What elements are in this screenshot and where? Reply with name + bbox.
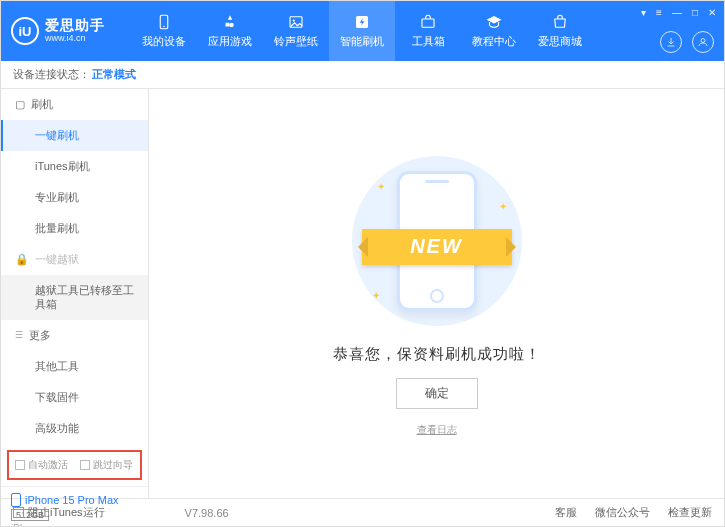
store-icon <box>551 13 569 31</box>
main-nav: 我的设备 应用游戏 铃声壁纸 智能刷机 工具箱 教程中心 爱思商城 <box>131 1 714 61</box>
checkbox-label: 自动激活 <box>28 458 68 472</box>
status-bar: 设备连接状态： 正常模式 <box>1 61 724 89</box>
nav-tutorials[interactable]: 教程中心 <box>461 1 527 61</box>
checkbox-label: 跳过向导 <box>93 458 133 472</box>
svg-point-1 <box>163 26 165 28</box>
chevron-icon: ☰ <box>15 330 23 340</box>
nav-store[interactable]: 爱思商城 <box>527 1 593 61</box>
checkbox-icon <box>15 460 25 470</box>
graduation-icon <box>485 13 503 31</box>
toolbox-icon <box>419 13 437 31</box>
nav-my-device[interactable]: 我的设备 <box>131 1 197 61</box>
sidebar-header-label: 一键越狱 <box>35 252 79 267</box>
sparkle-icon: ✦ <box>372 290 380 301</box>
checkbox-label: 阻止iTunes运行 <box>28 505 105 520</box>
status-prefix: 设备连接状态： <box>13 67 90 82</box>
sparkle-icon: ✦ <box>377 181 385 192</box>
sidebar-item-batch-flash[interactable]: 批量刷机 <box>1 213 148 244</box>
flash-icon <box>353 13 371 31</box>
status-mode: 正常模式 <box>92 67 136 82</box>
checkbox-skip-guide[interactable]: 跳过向导 <box>80 458 133 472</box>
sidebar: ▢ 刷机 一键刷机 iTunes刷机 专业刷机 批量刷机 🔒 一键越狱 越狱工具… <box>1 89 149 498</box>
phone-icon <box>155 13 173 31</box>
apps-icon <box>221 13 239 31</box>
checkbox-block-itunes[interactable]: 阻止iTunes运行 <box>13 505 105 520</box>
device-type: iPhone <box>11 523 138 527</box>
checkbox-highlight-box: 自动激活 跳过向导 <box>7 450 142 480</box>
footer-link-wechat[interactable]: 微信公众号 <box>595 505 650 520</box>
nav-ringtones[interactable]: 铃声壁纸 <box>263 1 329 61</box>
app-header: iU 爱思助手 www.i4.cn 我的设备 应用游戏 铃声壁纸 智能刷机 工具… <box>1 1 724 61</box>
sidebar-item-download-firmware[interactable]: 下载固件 <box>1 382 148 413</box>
sidebar-header-more[interactable]: ☰ 更多 <box>1 320 148 351</box>
checkbox-auto-activate[interactable]: 自动激活 <box>15 458 68 472</box>
close-icon[interactable]: ✕ <box>708 7 716 18</box>
new-ribbon: NEW <box>362 229 512 265</box>
version-label: V7.98.66 <box>185 507 229 519</box>
sidebar-header-jailbreak: 🔒 一键越狱 <box>1 244 148 275</box>
nav-label: 应用游戏 <box>208 34 252 49</box>
checkbox-icon <box>13 507 24 518</box>
ok-button[interactable]: 确定 <box>396 378 478 409</box>
footer-link-support[interactable]: 客服 <box>555 505 577 520</box>
sidebar-header-flash[interactable]: ▢ 刷机 <box>1 89 148 120</box>
logo-icon: iU <box>11 17 39 45</box>
footer-link-update[interactable]: 检查更新 <box>668 505 712 520</box>
nav-label: 我的设备 <box>142 34 186 49</box>
nav-apps[interactable]: 应用游戏 <box>197 1 263 61</box>
main-content: NEW ✦ ✦ ✦ 恭喜您，保资料刷机成功啦！ 确定 查看日志 <box>149 89 724 498</box>
app-name: 爱思助手 <box>45 18 105 33</box>
device-name-label: iPhone 15 Pro Max <box>25 494 119 506</box>
svg-rect-5 <box>422 19 434 27</box>
nav-label: 铃声壁纸 <box>274 34 318 49</box>
maximize-icon[interactable]: □ <box>692 7 698 18</box>
menu-icon[interactable]: ▾ <box>641 7 646 18</box>
nav-label: 教程中心 <box>472 34 516 49</box>
sidebar-item-other-tools[interactable]: 其他工具 <box>1 351 148 382</box>
sidebar-item-oneclick-flash[interactable]: 一键刷机 <box>1 120 148 151</box>
app-url: www.i4.cn <box>45 34 105 44</box>
download-button[interactable] <box>660 31 682 53</box>
logo-area: iU 爱思助手 www.i4.cn <box>11 17 131 45</box>
nav-label: 智能刷机 <box>340 34 384 49</box>
view-log-link[interactable]: 查看日志 <box>417 423 457 437</box>
user-button[interactable] <box>692 31 714 53</box>
sidebar-item-advanced[interactable]: 高级功能 <box>1 413 148 444</box>
lock-icon: 🔒 <box>15 253 29 266</box>
sidebar-item-itunes-flash[interactable]: iTunes刷机 <box>1 151 148 182</box>
image-icon <box>287 13 305 31</box>
svg-point-3 <box>293 19 295 21</box>
svg-point-6 <box>701 39 705 43</box>
sidebar-item-pro-flash[interactable]: 专业刷机 <box>1 182 148 213</box>
flash-small-icon: ▢ <box>15 98 25 111</box>
sparkle-icon: ✦ <box>499 201 507 212</box>
window-controls: ▾ ≡ — □ ✕ <box>641 7 716 18</box>
settings-icon[interactable]: ≡ <box>656 7 662 18</box>
sidebar-jailbreak-note: 越狱工具已转移至工具箱 <box>1 275 148 320</box>
success-message: 恭喜您，保资料刷机成功啦！ <box>333 345 541 364</box>
nav-toolbox[interactable]: 工具箱 <box>395 1 461 61</box>
sidebar-header-label: 更多 <box>29 328 51 343</box>
nav-label: 工具箱 <box>412 34 445 49</box>
nav-flash[interactable]: 智能刷机 <box>329 1 395 61</box>
checkbox-icon <box>80 460 90 470</box>
minimize-icon[interactable]: — <box>672 7 682 18</box>
success-illustration: NEW ✦ ✦ ✦ <box>347 151 527 331</box>
sidebar-header-label: 刷机 <box>31 97 53 112</box>
nav-label: 爱思商城 <box>538 34 582 49</box>
